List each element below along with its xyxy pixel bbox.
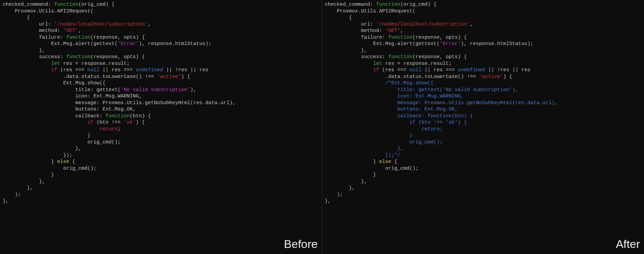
code-after: checked_command: function(orig_cmd) { Pr… — [325, 1, 641, 205]
after-label: After — [616, 237, 640, 251]
before-label: Before — [284, 237, 318, 251]
before-pane: checked_command: function(orig_cmd) { Pr… — [0, 0, 322, 254]
code-before: checked_command: function(orig_cmd) { Pr… — [3, 1, 319, 205]
after-pane: checked_command: function(orig_cmd) { Pr… — [322, 0, 644, 254]
